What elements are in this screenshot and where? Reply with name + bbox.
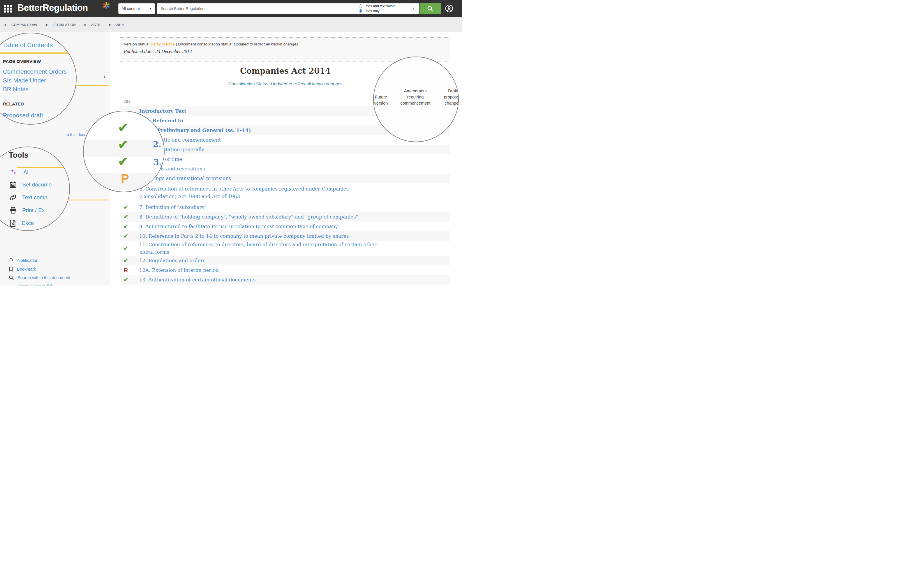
tool-set-document[interactable]: Set docume [9, 181, 52, 188]
tool-excel-export[interactable]: Exce [9, 219, 34, 227]
toc-row-link[interactable]: 12A. Extension of interim period [139, 267, 288, 274]
version-status-value: Partly in force [151, 42, 175, 46]
magnified-section-number: 3. [154, 158, 162, 167]
in-force-check-icon: ✔ [123, 277, 128, 283]
toc-row[interactable]: ✔8. Definitions of "holding company", "w… [120, 212, 450, 222]
consolidation-status-label: Document consolidation status: [178, 42, 233, 46]
toc-row[interactable]: 6. Construction of references in other A… [120, 183, 450, 202]
toc-row-link[interactable]: 6. Construction of references in other A… [139, 185, 450, 200]
in-force-check-icon-magnified: ✔ [118, 156, 128, 168]
toc-row-status: ✔ [120, 224, 131, 229]
toc-title[interactable]: Table of Contents [3, 42, 53, 49]
toc-row[interactable]: ✔9. Act structured to facilitate its use… [120, 222, 450, 231]
toc-row-link[interactable]: 10. Reference in Parts 2 to 14 to compan… [139, 233, 419, 240]
breadcrumb-item-legislation[interactable]: ▶LEGISLATION [46, 23, 76, 26]
breadcrumb-item-company-law[interactable]: ▶COMPANY LAW [5, 23, 37, 26]
tool-search-within[interactable]: Search within this document [9, 275, 70, 280]
page: BetterRegulation All content ▼ Titles an… [0, 0, 462, 286]
in-force-check-icon: ✔ [123, 258, 128, 264]
sparkles-icon [9, 168, 18, 177]
search-button[interactable] [420, 3, 441, 14]
toc-row-link[interactable]: 9. Act structured to facilitate its use … [139, 223, 408, 230]
in-force-check-icon: ✔ [123, 214, 128, 220]
radio-titles-only[interactable]: Titles only [359, 9, 409, 14]
logo[interactable]: BetterRegulation [17, 3, 88, 13]
toc-row[interactable]: ✔12. Regulations and orders [120, 256, 450, 265]
top-header-bar: BetterRegulation All content ▼ Titles an… [0, 0, 462, 17]
magnifier-lens-status-marks: ✔ ✔ ✔ P 2. 3. [83, 111, 165, 192]
logo-asterisk-icon [103, 2, 110, 9]
magnified-section-number: 2. [153, 140, 161, 149]
toc-row-status: ✔ [120, 245, 131, 251]
in-force-check-icon: ✔ [123, 245, 128, 252]
toc-row[interactable]: R12A. Extension of interim period [120, 265, 450, 275]
radio-unchecked-icon[interactable] [359, 5, 363, 8]
apps-grid-icon[interactable] [4, 5, 12, 12]
tool-ai-label: AI [23, 169, 29, 176]
tool-set-document-label: Set docume [22, 182, 52, 188]
in-force-check-icon: ✔ [123, 204, 128, 210]
toc-row-link[interactable]: Part 1 Preliminary and General (ss. 1–14… [139, 127, 321, 134]
toc-row-link[interactable]: Introductory Text [139, 108, 256, 115]
search-input[interactable] [157, 6, 359, 11]
toc-row-status: ✔ [120, 205, 131, 210]
tool-notification[interactable]: Notification [9, 258, 39, 263]
toc-row[interactable]: ✔10. Reference in Parts 2 to 14 to compa… [120, 231, 450, 241]
toc-row-link[interactable]: 11. Construction of references to direct… [139, 241, 450, 256]
toc-row[interactable]: P5. Savings and transitional provisions [120, 174, 450, 183]
related-heading: RELATED [3, 101, 24, 106]
radio-titles-only-label: Titles only [364, 9, 379, 14]
breadcrumb-arrow-icon: ▶ [85, 23, 86, 26]
toc-row-link[interactable]: 5. Savings and transitional provisions [139, 175, 301, 182]
sidebar-item-proposed-draft[interactable]: Proposed draft [3, 112, 43, 119]
breadcrumb-arrow-icon: ▶ [109, 23, 111, 26]
tool-bookmark[interactable]: Bookmark [9, 267, 36, 272]
toc-row-link[interactable]: 12. Regulations and orders [139, 257, 275, 264]
toc-row[interactable]: ✔4. Repeals and revocations [120, 164, 450, 174]
breadcrumb-item-label: 2014 [116, 23, 124, 26]
tool-notification-label: Notification [17, 258, 39, 263]
tool-print-export-label: Print / Ex [22, 207, 45, 213]
tool-share-source[interactable]: Share / Source link [9, 284, 53, 286]
toc-row[interactable]: ✔13. Authentication of certain official … [120, 275, 450, 285]
sidebar-item-commencement-orders[interactable]: Commencement Orders [3, 68, 67, 75]
chevron-down-icon: ▼ [149, 7, 152, 10]
tool-text-compare[interactable]: Text comp [9, 194, 48, 201]
account-button[interactable] [445, 5, 453, 12]
sidebar-item-sis-made-under[interactable]: SIs Made Under [3, 77, 46, 84]
toc-row[interactable]: ✔14. Expenses [120, 285, 450, 286]
toc-row-link[interactable]: 8. Definitions of "holding company", "wh… [139, 213, 428, 221]
in-force-check-icon: ✔ [123, 224, 128, 230]
eye-icon [123, 99, 130, 104]
version-status-line: Version status: Partly in force | Docume… [124, 42, 447, 46]
toc-row-link[interactable]: 7. Definition of "subsidiary" [139, 204, 276, 211]
toc-row[interactable]: ✔7. Definition of "subsidiary" [120, 202, 450, 212]
content-type-dropdown[interactable]: All content ▼ [118, 3, 155, 14]
toc-row-status: R [120, 267, 131, 273]
sidebar-item-br-notes[interactable]: BR Notes [3, 86, 29, 93]
search-bar: Titles and text within Titles only i [157, 3, 419, 14]
tool-search-within-label: Search within this document [17, 275, 70, 280]
partly-in-force-icon-magnified: P [121, 173, 129, 185]
breadcrumb-item-acts[interactable]: ▶ACTS [85, 23, 100, 26]
toc-row-status: ✔ [120, 214, 131, 220]
visibility-toggle[interactable] [123, 99, 130, 105]
sidebar-collapse-button[interactable]: ‹ [103, 73, 105, 80]
tool-print-export[interactable]: Print / Ex [9, 207, 45, 214]
share-icon [9, 284, 14, 286]
breadcrumb-arrow-icon: ▶ [46, 23, 48, 26]
toc-row[interactable]: ✔2. Interpretation generally [120, 145, 450, 154]
toc-row-link[interactable]: Acts Referred to [139, 117, 253, 125]
toc-row-link[interactable]: 13. Authentication of certain official d… [139, 276, 325, 284]
magnifier-lens-column-headers: Future version Amendment requiring comme… [373, 57, 459, 142]
info-icon[interactable]: i [411, 6, 416, 11]
radio-checked-icon[interactable] [359, 9, 363, 13]
tool-share-source-label: Share / Source link [17, 284, 53, 286]
in-force-check-icon-magnified: ✔ [118, 122, 128, 134]
radio-titles-and-text[interactable]: Titles and text within [359, 4, 409, 9]
toc-row[interactable]: ✔11. Construction of references to direc… [120, 241, 450, 256]
breadcrumb-item-2014[interactable]: ▶2014 [109, 23, 124, 26]
toc-row[interactable]: ✔3. Periods of time [120, 154, 450, 164]
tool-ai[interactable]: AI [9, 168, 29, 177]
in-force-check-icon-magnified: ✔ [118, 139, 128, 151]
